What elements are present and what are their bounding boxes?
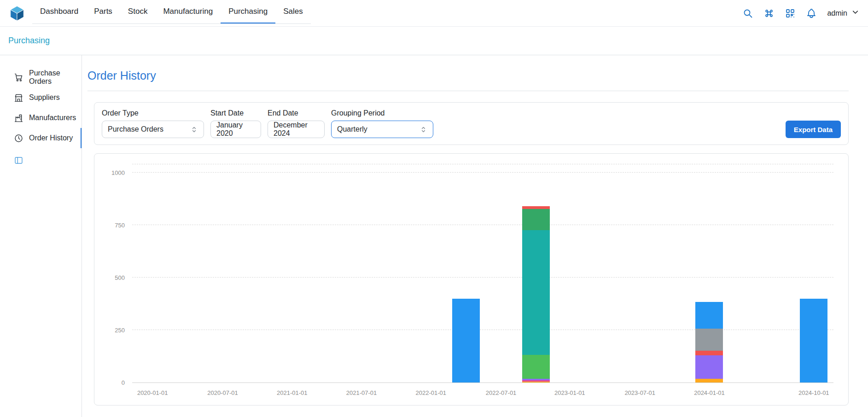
gridline [132, 330, 833, 330]
order-type-select[interactable]: Purchase Orders [102, 121, 204, 138]
x-axis-label: 2020-07-01 [207, 389, 238, 396]
bar-segment [695, 355, 723, 379]
gridline [132, 225, 833, 225]
sidebar-item-order-history[interactable]: Order History [0, 128, 82, 148]
sidebar-item-manufacturers[interactable]: Manufacturers [0, 108, 82, 128]
end-date-input[interactable]: December 2024 [268, 121, 325, 138]
username: admin [827, 9, 847, 17]
x-axis-label: 2022-01-01 [416, 389, 447, 396]
main-content: Order History Order Type Purchase Orders… [82, 55, 868, 417]
bar-segment [522, 230, 550, 355]
divider [87, 91, 849, 91]
order-type-value: Purchase Orders [108, 125, 163, 133]
sidebar: Purchase Orders Suppliers Manufacturers [0, 55, 82, 417]
user-menu[interactable]: admin [827, 8, 860, 18]
stacked-bar-2022-04-01[interactable] [452, 164, 480, 382]
history-icon [14, 133, 23, 143]
command-icon[interactable] [763, 8, 775, 19]
grouping-period-label: Grouping Period [331, 109, 433, 117]
end-date-value: December 2024 [274, 121, 319, 138]
sidebar-item-purchase-orders[interactable]: Purchase Orders [0, 67, 82, 87]
x-axis-label: 2024-01-01 [694, 389, 725, 396]
x-axis-label: 2022-07-01 [486, 389, 517, 396]
bar-segment [695, 302, 723, 329]
tab-manufacturing[interactable]: Manufacturing [155, 0, 221, 23]
grouping-period-value: Quarterly [337, 125, 367, 133]
bar-segment [452, 299, 480, 382]
start-date-field: Start Date January 2020 [210, 109, 261, 138]
tab-purchasing[interactable]: Purchasing [221, 0, 275, 23]
sidebar-item-suppliers[interactable]: Suppliers [0, 87, 82, 108]
tab-parts[interactable]: Parts [86, 0, 120, 23]
bell-icon[interactable] [806, 8, 817, 19]
page-title: Order History [87, 69, 849, 82]
bar-segment [522, 355, 550, 379]
tab-dashboard[interactable]: Dashboard [32, 0, 86, 23]
end-date-field: End Date December 2024 [268, 109, 325, 138]
x-axis-label: 2023-01-01 [554, 389, 585, 396]
y-axis-label: 0 [104, 379, 125, 386]
sidebar-collapse-icon[interactable] [14, 156, 23, 165]
sidebar-item-label: Purchase Orders [29, 69, 76, 86]
breadcrumb-purchasing[interactable]: Purchasing [8, 36, 50, 46]
breadcrumb: Purchasing [0, 27, 868, 55]
bar-segment [522, 209, 550, 230]
grouping-period-select[interactable]: Quarterly [331, 121, 433, 138]
chevron-down-icon [851, 8, 860, 18]
bar-segment [695, 329, 723, 351]
bar-segment [800, 299, 827, 382]
export-data-button[interactable]: Export Data [786, 121, 841, 138]
end-date-label: End Date [268, 109, 325, 117]
chart-panel: 025050075010002020-01-012020-07-012021-0… [94, 153, 849, 405]
start-date-label: Start Date [210, 109, 261, 117]
building-store-icon [14, 93, 23, 103]
qrcode-scan-icon[interactable] [785, 8, 796, 19]
order-type-field: Order Type Purchase Orders [102, 109, 204, 138]
gridline [132, 172, 833, 173]
x-axis-label: 2021-01-01 [277, 389, 308, 396]
order-type-label: Order Type [102, 109, 204, 117]
inventree-logo[interactable] [8, 5, 26, 22]
stacked-bar-2022-10-01[interactable] [522, 164, 550, 382]
start-date-input[interactable]: January 2020 [210, 121, 261, 138]
stacked-bar-2024-01-01[interactable] [695, 164, 723, 382]
y-axis-label: 1000 [104, 169, 125, 176]
bar-segment [522, 382, 550, 382]
x-axis-label: 2023-07-01 [624, 389, 655, 396]
chart-plot[interactable]: 025050075010002020-01-012020-07-012021-0… [132, 164, 833, 383]
y-axis-label: 250 [104, 327, 125, 334]
bar-segment [695, 379, 723, 382]
x-axis-label: 2020-01-01 [137, 389, 168, 396]
y-axis-label: 500 [104, 274, 125, 281]
top-navbar: Dashboard Parts Stock Manufacturing Purc… [0, 0, 868, 27]
selector-icon [419, 126, 427, 133]
x-axis-label: 2021-07-01 [346, 389, 377, 396]
filter-panel: Order Type Purchase Orders Start Date Ja… [94, 102, 849, 145]
shopping-cart-icon [14, 73, 23, 82]
sidebar-item-label: Order History [29, 134, 73, 142]
grouping-period-field: Grouping Period Quarterly [331, 109, 433, 138]
x-axis-label: 2024-10-01 [798, 389, 829, 396]
y-axis-label: 750 [104, 222, 125, 229]
gridline [132, 277, 833, 278]
start-date-value: January 2020 [216, 121, 255, 138]
selector-icon [190, 126, 198, 133]
navbar-actions: admin [742, 8, 860, 19]
main-nav-tabs: Dashboard Parts Stock Manufacturing Purc… [32, 0, 311, 24]
sidebar-item-label: Suppliers [29, 93, 60, 102]
search-icon[interactable] [742, 8, 753, 19]
tab-sales[interactable]: Sales [275, 0, 311, 23]
bar-segment [695, 351, 723, 355]
tab-stock[interactable]: Stock [120, 0, 156, 23]
factory-icon [14, 113, 23, 123]
sidebar-item-label: Manufacturers [29, 114, 76, 122]
stacked-bar-2024-10-01[interactable] [800, 164, 827, 382]
